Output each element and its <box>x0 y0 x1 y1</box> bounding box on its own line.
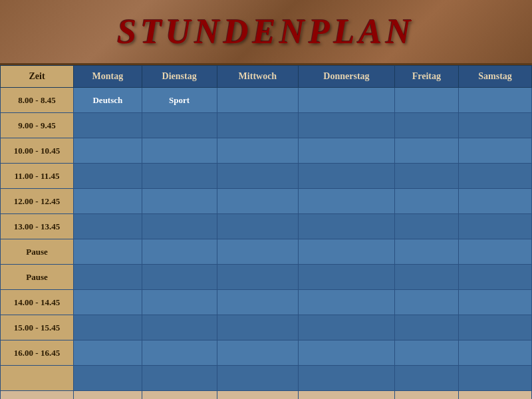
cell-donnerstag <box>299 340 394 366</box>
cell-montag <box>74 391 142 400</box>
table-row: 9.00 - 9.45 <box>1 113 532 138</box>
cell-mittwoch <box>217 189 299 214</box>
col-montag: Montag <box>74 66 142 88</box>
cell-zeit: 9.00 - 9.45 <box>1 113 74 138</box>
cell-samstag <box>459 214 532 239</box>
cell-zeit: Pause <box>1 239 74 265</box>
cell-donnerstag <box>299 290 394 315</box>
cell-dienstag <box>142 239 217 265</box>
table-row: 16.00 - 16.45 <box>1 340 532 366</box>
cell-dienstag <box>142 164 217 189</box>
cell-mittwoch <box>217 214 299 239</box>
cell-donnerstag <box>299 164 394 189</box>
cell-dienstag <box>142 138 217 164</box>
cell-dienstag: Sport <box>142 88 217 113</box>
cell-montag <box>74 214 142 239</box>
schedule-table-container: Zeit Montag Dienstag Mittwoch Donnerstag… <box>0 65 532 399</box>
table-row <box>1 366 532 391</box>
table-row: 15.00 - 15.45 <box>1 315 532 340</box>
cell-donnerstag <box>299 88 394 113</box>
page-title: STUNDENPLAN <box>7 12 525 51</box>
cell-zeit: Pause <box>1 265 74 290</box>
cell-samstag <box>459 164 532 189</box>
cell-samstag <box>459 265 532 290</box>
cell-zeit: 11.00 - 11.45 <box>1 164 74 189</box>
cell-donnerstag <box>299 315 394 340</box>
cell-montag <box>74 138 142 164</box>
cell-freitag <box>394 315 458 340</box>
cell-mittwoch <box>217 239 299 265</box>
cell-montag <box>74 315 142 340</box>
cell-freitag <box>394 113 458 138</box>
cell-samstag <box>459 290 532 315</box>
cell-dienstag <box>142 391 217 400</box>
cell-mittwoch <box>217 391 299 400</box>
cell-samstag <box>459 138 532 164</box>
cell-montag <box>74 164 142 189</box>
cell-zeit: 8.00 - 8.45 <box>1 88 74 113</box>
cell-dienstag <box>142 290 217 315</box>
table-row: 13.00 - 13.45 <box>1 214 532 239</box>
cell-freitag <box>394 239 458 265</box>
cell-dienstag <box>142 265 217 290</box>
table-row: 14.00 - 14.45 <box>1 290 532 315</box>
table-row: 8.00 - 8.45DeutschSport <box>1 88 532 113</box>
cell-samstag <box>459 315 532 340</box>
table-row: 12.00 - 12.45 <box>1 189 532 214</box>
cell-mittwoch <box>217 366 299 391</box>
cell-dienstag <box>142 189 217 214</box>
cell-mittwoch <box>217 315 299 340</box>
cell-zeit: 13.00 - 13.45 <box>1 214 74 239</box>
cell-donnerstag <box>299 391 394 400</box>
table-header-row: Zeit Montag Dienstag Mittwoch Donnerstag… <box>1 66 532 88</box>
cell-freitag <box>394 189 458 214</box>
cell-samstag <box>459 113 532 138</box>
cell-freitag <box>394 138 458 164</box>
cell-samstag <box>459 366 532 391</box>
col-donnerstag: Donnerstag <box>299 66 394 88</box>
col-samstag: Samstag <box>459 66 532 88</box>
cell-donnerstag <box>299 113 394 138</box>
cell-mittwoch <box>217 138 299 164</box>
cell-dienstag <box>142 366 217 391</box>
cell-freitag <box>394 391 458 400</box>
cell-donnerstag <box>299 214 394 239</box>
cell-zeit: 15.00 - 15.45 <box>1 315 74 340</box>
cell-mittwoch <box>217 265 299 290</box>
cell-freitag <box>394 265 458 290</box>
table-row <box>1 391 532 400</box>
cell-donnerstag <box>299 189 394 214</box>
col-freitag: Freitag <box>394 66 458 88</box>
schedule-table: Zeit Montag Dienstag Mittwoch Donnerstag… <box>0 65 532 399</box>
cell-freitag <box>394 164 458 189</box>
cell-dienstag <box>142 214 217 239</box>
cell-zeit: 16.00 - 16.45 <box>1 340 74 366</box>
cell-samstag <box>459 189 532 214</box>
cell-dienstag <box>142 340 217 366</box>
table-row: Pause <box>1 265 532 290</box>
cell-zeit: 14.00 - 14.45 <box>1 290 74 315</box>
cell-montag <box>74 366 142 391</box>
cell-donnerstag <box>299 239 394 265</box>
cell-donnerstag <box>299 265 394 290</box>
cell-montag <box>74 265 142 290</box>
table-row: Pause <box>1 239 532 265</box>
cell-samstag <box>459 88 532 113</box>
cell-mittwoch <box>217 340 299 366</box>
cell-freitag <box>394 366 458 391</box>
cell-montag <box>74 340 142 366</box>
cell-zeit: 12.00 - 12.45 <box>1 189 74 214</box>
cell-samstag <box>459 239 532 265</box>
cell-mittwoch <box>217 164 299 189</box>
cell-samstag <box>459 391 532 400</box>
cell-freitag <box>394 88 458 113</box>
cell-zeit <box>1 391 74 400</box>
table-row: 11.00 - 11.45 <box>1 164 532 189</box>
cell-montag: Deutsch <box>74 88 142 113</box>
cell-donnerstag <box>299 366 394 391</box>
cell-freitag <box>394 214 458 239</box>
page-header: STUNDENPLAN <box>0 0 532 65</box>
cell-freitag <box>394 290 458 315</box>
cell-donnerstag <box>299 138 394 164</box>
cell-samstag <box>459 340 532 366</box>
